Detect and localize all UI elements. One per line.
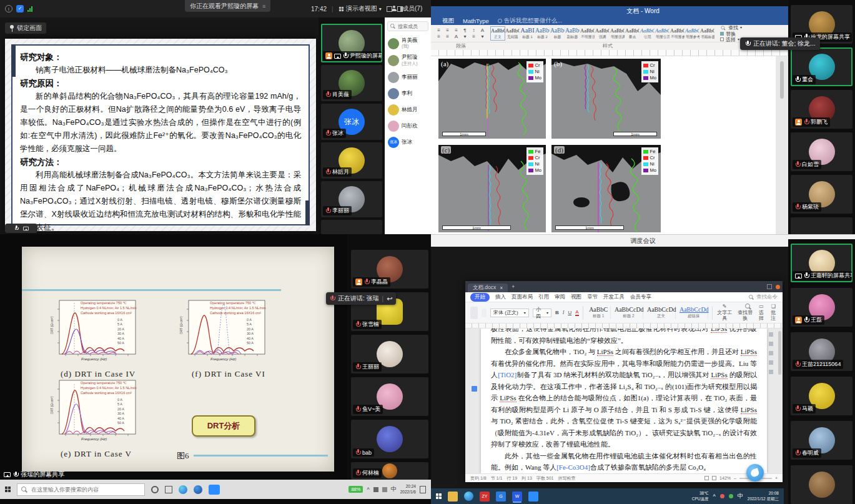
member-row[interactable]: 张冰张冰: [385, 134, 431, 151]
menu-insert[interactable]: 插入: [495, 294, 506, 301]
tray-icon[interactable]: [373, 487, 378, 492]
paragraph-group[interactable]: ≡≡≡¶↕A ≡≡A▾≡▾: [431, 27, 490, 39]
font-name-select[interactable]: 宋体 (正文)▾: [490, 309, 529, 317]
menu-references[interactable]: 引用: [538, 294, 549, 301]
zoom-out[interactable]: –: [734, 476, 736, 480]
taskbar-search[interactable]: [17, 483, 145, 496]
zoom-in[interactable]: +: [775, 476, 778, 480]
replace-button[interactable]: 替换: [720, 31, 742, 37]
edge-icon[interactable]: [179, 485, 187, 494]
select-button[interactable]: 选择▾: [720, 37, 742, 42]
style-cell[interactable]: AaBbCcD强调: [595, 27, 610, 40]
underline-button[interactable]: U: [568, 310, 571, 315]
notification-icon[interactable]: [420, 486, 426, 493]
video-thumbnail[interactable]: 白如雪: [791, 132, 853, 171]
video-thumbnail-partial[interactable]: [791, 465, 853, 504]
start-button[interactable]: [436, 493, 442, 499]
style-cell[interactable]: AaBbCcDd正文: [647, 306, 676, 319]
wps-taskbar-icon[interactable]: W: [512, 492, 522, 502]
style-cell[interactable]: AaBbC副标题: [565, 27, 580, 40]
video-thumbnail[interactable]: 郭鹏飞: [791, 90, 853, 129]
tab-view[interactable]: 视图: [442, 17, 454, 25]
style-cell[interactable]: AaBbCcD书籍标题: [700, 27, 715, 40]
menu-home[interactable]: 开始: [470, 293, 490, 302]
paste-button[interactable]: [470, 307, 478, 319]
tray-expand-icon[interactable]: ^: [713, 493, 716, 500]
file-explorer-icon[interactable]: [448, 492, 458, 502]
video-thumbnail[interactable]: 尹熙璇的屏幕共享: [321, 24, 382, 62]
video-thumbnail[interactable]: 王嘉轩的屏幕共享: [791, 244, 853, 282]
floating-toolbar[interactable]: [5, 224, 37, 233]
scrollbar[interactable]: [778, 331, 781, 375]
member-row[interactable]: 肖美薇(我): [385, 35, 431, 52]
tray-expand-icon[interactable]: ^: [367, 487, 369, 493]
cortana-icon[interactable]: [151, 486, 159, 493]
style-cell[interactable]: AaBbCcDd超链接: [680, 306, 708, 319]
cpu-temp[interactable]: 38℃CPU温度: [692, 491, 709, 501]
meeting-floating-bubble[interactable]: [746, 464, 764, 482]
style-cell[interactable]: AaBbCcD不明显参考: [670, 27, 685, 40]
comment-marker-icon[interactable]: [472, 386, 477, 392]
style-cell[interactable]: AaBbCcD正文: [490, 26, 505, 41]
document-tab[interactable]: 文档.docx×: [468, 284, 508, 292]
app-icon-zy[interactable]: ZY: [480, 492, 490, 502]
network-signal-icon[interactable]: [27, 6, 32, 12]
app-icon-g[interactable]: G: [496, 492, 506, 502]
style-cell[interactable]: AaBbC标题 1: [586, 306, 611, 319]
video-thumbnail[interactable]: 杨紫琰: [791, 175, 853, 214]
ruler[interactable]: [465, 324, 783, 329]
member-search-input[interactable]: [398, 24, 429, 29]
style-cell[interactable]: AaBbCcD明显引用: [655, 27, 670, 40]
style-cell[interactable]: AaBI标题 1: [520, 27, 535, 40]
select-button[interactable]: ▭选择: [757, 304, 765, 322]
member-row[interactable]: 李利: [385, 86, 431, 102]
tray-icon[interactable]: [382, 487, 387, 492]
member-row[interactable]: 林皓月: [385, 102, 431, 118]
menu-member[interactable]: 会员专享: [630, 294, 651, 301]
video-thumbnail[interactable]: 肖美薇: [321, 65, 382, 101]
meeting-app-icon[interactable]: [528, 492, 538, 502]
banner-list-icon[interactable]: ≡: [262, 3, 265, 9]
video-thumbnail[interactable]: 王丽丽: [351, 335, 428, 373]
phone-link-icon[interactable]: [194, 485, 202, 494]
layout-icon[interactable]: [767, 284, 772, 289]
profile-dot[interactable]: [776, 285, 780, 289]
style-cell[interactable]: AaBbCcD不明显强调: [580, 27, 595, 40]
find-button[interactable]: 查找▾: [720, 25, 742, 31]
style-cell[interactable]: AaBbCcDd标题 2: [615, 306, 643, 319]
font-size-select[interactable]: 小四▾: [533, 309, 551, 317]
italic-button[interactable]: I: [563, 310, 565, 315]
style-cell[interactable]: AaBbCcD要点: [625, 27, 640, 40]
tab-close-icon[interactable]: ×: [500, 285, 503, 291]
meeting-app-icon[interactable]: [209, 485, 220, 495]
comment-button[interactable]: ❏批注: [769, 304, 778, 322]
find-replace-button[interactable]: 查找替换: [737, 304, 754, 322]
font-color-button[interactable]: A: [575, 309, 578, 316]
video-thumbnail[interactable]: 李晶晶: [351, 250, 428, 289]
style-cell[interactable]: AaBbCcD无间隔: [505, 27, 520, 40]
video-thumbnail[interactable]: 王苗212115064: [791, 332, 853, 371]
style-cell[interactable]: AaBbC标题: [550, 27, 565, 40]
style-cell[interactable]: AaBbCcD明显参考: [685, 27, 700, 40]
menu-view[interactable]: 视图: [571, 294, 581, 301]
video-thumbnail[interactable]: 李丽丽: [321, 181, 382, 217]
text-tool-button[interactable]: ✎文字工具: [716, 304, 733, 322]
view-mode-icon[interactable]: [712, 476, 716, 480]
menu-review[interactable]: 审阅: [555, 294, 565, 301]
video-thumbnail[interactable]: 何林楠: [351, 462, 428, 480]
style-cell[interactable]: AaBbCcD引用: [640, 27, 655, 40]
menu-dev-tools[interactable]: 开发工具: [603, 294, 625, 301]
view-mode-icon[interactable]: [704, 476, 709, 480]
battery-indicator[interactable]: 88%: [348, 486, 363, 493]
edge-icon[interactable]: [464, 492, 473, 501]
clock-date[interactable]: 20:082022/1/12 星期三: [748, 491, 779, 501]
shield-icon[interactable]: ✓: [16, 5, 24, 12]
members-header[interactable]: 成员(7): [402, 4, 422, 13]
tray-icon-red[interactable]: [720, 494, 724, 498]
member-row[interactable]: 闫彤欣: [385, 118, 431, 134]
video-thumbnail[interactable]: 鱼V~美: [351, 377, 428, 416]
menu-page-layout[interactable]: 页面布局: [512, 294, 533, 301]
format-painter-button[interactable]: [482, 309, 487, 317]
new-tab-button[interactable]: +: [512, 284, 515, 290]
video-thumbnail[interactable]: 马颖: [791, 377, 853, 415]
